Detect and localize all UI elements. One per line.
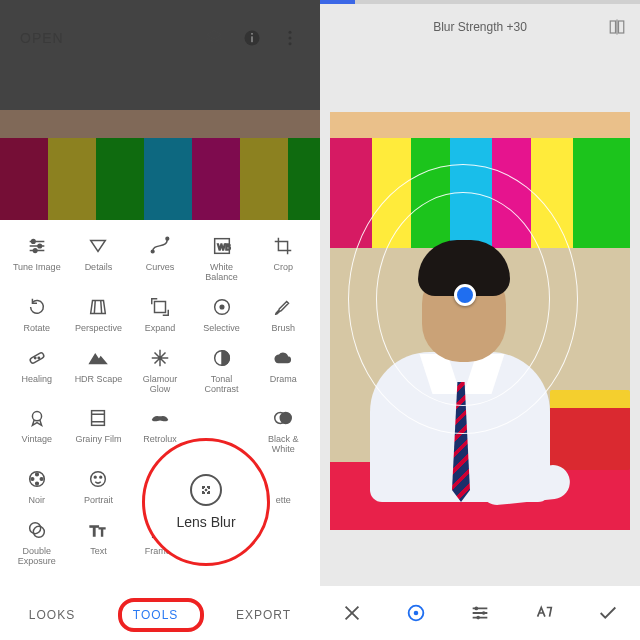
tool-tonal-contrast[interactable]: Tonal Contrast [191,340,253,401]
tool-perspective[interactable]: Perspective [68,289,130,340]
tool-selective[interactable]: Selective [191,289,253,340]
tools-selection-screen: OPEN Tune ImageDetailsCurvesWBWhite Bala… [0,0,320,640]
lens-blur-highlight[interactable]: Lens Blur [142,438,270,566]
editor-header[interactable]: Blur Strength +30 [320,4,640,50]
svg-point-23 [280,413,291,424]
open-button[interactable]: OPEN [20,30,64,46]
svg-point-3 [289,31,292,34]
sparkle-icon [148,346,172,370]
reel-icon [25,467,49,491]
svg-rect-2 [251,33,253,35]
tool-hdr-scape[interactable]: HDR Scape [68,340,130,401]
sliders-icon [25,234,49,258]
tab-export[interactable]: EXPORT [222,602,305,628]
tool-expand[interactable]: Expand [129,289,191,340]
vignette-icon [271,467,295,491]
target-icon [210,295,234,319]
tool-double-exposure[interactable]: Double Exposure [6,512,68,573]
svg-point-45 [482,611,486,615]
svg-point-30 [95,476,97,478]
mountain-icon [86,346,110,370]
tool-label: Noir [29,496,46,506]
tool-label: HDR Scape [75,375,123,385]
svg-point-17 [34,357,35,358]
tool-label: Expand [145,324,176,334]
blur-center-handle[interactable] [454,284,476,306]
tool-label: Grainy Film [75,435,121,445]
tool-label: ette [276,496,291,506]
tool-label: Rotate [24,324,51,334]
tool-tune-image[interactable]: Tune Image [6,228,68,289]
tool-grainy-film[interactable]: Grainy Film [68,400,130,461]
tool-details[interactable]: Details [68,228,130,289]
perspective-icon [86,295,110,319]
bw-icon [271,406,295,430]
more-icon[interactable] [280,28,300,48]
svg-rect-1 [251,36,253,42]
blur-strength-label: Blur Strength +30 [433,20,527,34]
tool-portrait[interactable]: Portrait [68,461,130,512]
svg-point-44 [475,607,479,611]
svg-rect-40 [619,21,624,33]
focus-shape-button[interactable] [405,602,427,624]
tool-label: Brush [271,324,295,334]
tool-text[interactable]: TTText [68,512,130,573]
tool-label: Healing [22,375,53,385]
tool-curves[interactable]: Curves [129,228,191,289]
apply-button[interactable] [597,602,619,624]
svg-point-43 [414,611,419,616]
svg-point-9 [151,250,154,253]
tool-healing[interactable]: Healing [6,340,68,401]
tool-label: Drama [270,375,297,385]
tools-panel: Tune ImageDetailsCurvesWBWhite BalanceCr… [0,220,320,640]
svg-point-25 [35,473,38,476]
layers-icon[interactable] [204,28,224,48]
tool-noir[interactable]: Noir [6,461,68,512]
text-icon: TT [86,518,110,542]
tool-crop[interactable]: Crop [252,228,314,289]
tool-label: Glamour Glow [143,375,178,395]
badge-icon [25,406,49,430]
adjust-button[interactable] [469,602,491,624]
svg-point-18 [38,357,39,358]
svg-point-15 [220,305,224,309]
brush-icon [271,295,295,319]
tool-glamour-glow[interactable]: Glamour Glow [129,340,191,401]
mustache-icon [148,406,172,430]
face-icon [86,467,110,491]
svg-point-7 [38,244,42,248]
info-icon[interactable] [242,28,262,48]
svg-text:T: T [99,527,105,538]
compare-icon[interactable] [608,18,626,40]
tools-tab-highlight [118,598,204,632]
tool-vintage[interactable]: Vintage [6,400,68,461]
rotate-icon [25,295,49,319]
edited-photo[interactable] [330,112,630,530]
lens-blur-label: Lens Blur [176,514,235,530]
tool-brush[interactable]: Brush [252,289,314,340]
tab-looks[interactable]: LOOKS [15,602,89,628]
tool-rotate[interactable]: Rotate [6,289,68,340]
svg-point-46 [476,616,480,620]
tool-label: Double Exposure [18,547,56,567]
expand-icon [148,295,172,319]
tool-drama[interactable]: Drama [252,340,314,401]
svg-point-4 [289,37,292,40]
tool-label: Details [85,263,113,273]
tool-black-white[interactable]: Black & White [252,400,314,461]
svg-point-20 [32,412,41,421]
tool-white-balance[interactable]: WBWhite Balance [191,228,253,289]
tool-label: White Balance [205,263,238,283]
svg-point-31 [100,476,102,478]
styles-button[interactable] [533,602,555,624]
tool-label: Selective [203,324,240,334]
half-circle-icon [210,346,234,370]
cloud-icon [271,346,295,370]
cancel-button[interactable] [341,602,363,624]
svg-point-29 [91,472,106,487]
film-icon [86,406,110,430]
svg-point-5 [289,42,292,45]
svg-text:T: T [90,523,99,539]
svg-text:WB: WB [217,243,231,252]
editor-bottom-bar [320,586,640,640]
